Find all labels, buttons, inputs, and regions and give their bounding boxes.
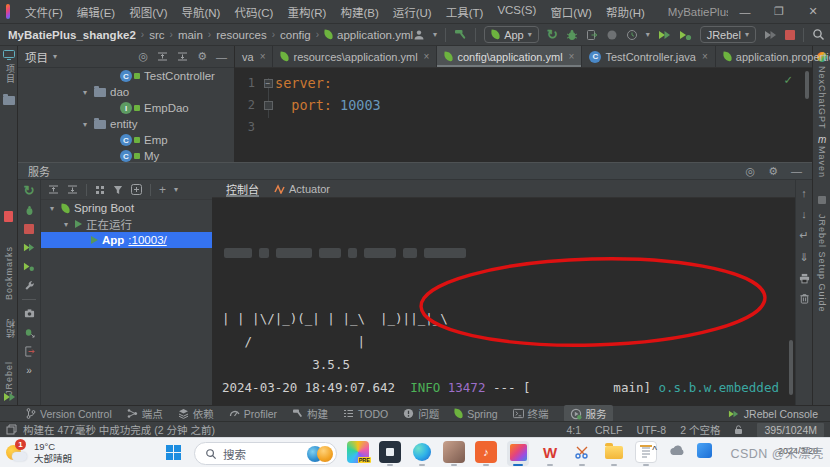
tab-actuator[interactable]: Actuator [274, 180, 330, 197]
expand-all-icon[interactable] [48, 184, 59, 195]
rerun-service-button[interactable]: ↻ [24, 185, 35, 197]
add-service-dropdown-icon[interactable]: ▾ [174, 185, 178, 194]
dark-app-icon[interactable] [379, 441, 401, 463]
debug-button[interactable] [566, 29, 578, 41]
editor-scrollbar[interactable] [805, 71, 809, 99]
folder-icon[interactable] [3, 94, 15, 108]
taskbar-search[interactable]: 搜索 [194, 442, 337, 465]
tool-window-button-1[interactable]: 端点 [127, 406, 163, 421]
add-service-icon[interactable]: + [159, 183, 166, 197]
editor-tab-4[interactable]: application.properties× [716, 46, 830, 67]
right-strip-icon[interactable] [818, 196, 826, 204]
settings-gear-icon[interactable]: ⚙ [197, 50, 207, 63]
wps-app-icon[interactable]: W [539, 441, 561, 463]
profiler-icon[interactable] [606, 29, 618, 41]
jrebel-debug-icon[interactable] [679, 29, 692, 41]
expand-all-icon[interactable] [157, 51, 168, 62]
print-icon[interactable] [799, 273, 810, 284]
stop-service-button[interactable] [24, 224, 34, 234]
screen-icon[interactable] [3, 50, 15, 60]
pc-manager-icon[interactable] [697, 443, 712, 458]
scroll-up-icon[interactable]: ↑ [801, 187, 807, 199]
screenshot-tool-icon[interactable] [571, 441, 593, 463]
jrebel-strip-icon[interactable] [3, 391, 16, 403]
run-options-dropdown-icon[interactable]: ▾ [646, 30, 650, 39]
orange-app-icon[interactable]: ♪ [475, 441, 497, 463]
breadcrumb-item-1[interactable]: src [149, 29, 164, 41]
file-encoding[interactable]: UTF-8 [636, 424, 666, 436]
thread-dump-icon[interactable] [24, 327, 35, 338]
weather-widget[interactable]: 1 19°C 大部晴朗 [6, 441, 72, 465]
project-panel-title[interactable]: 项目 [25, 49, 48, 65]
breadcrumb-item-3[interactable]: resources [216, 29, 267, 41]
tree-item-spring-boot[interactable]: ▾ Spring Boot [41, 200, 212, 216]
hide-panel-icon[interactable]: — [791, 165, 802, 177]
more-icon[interactable]: » [26, 365, 32, 376]
run-configuration-select[interactable]: App ▾ [484, 26, 539, 43]
hide-panel-icon[interactable]: — [216, 51, 227, 63]
menu-item-6[interactable]: 构建(B) [333, 4, 385, 20]
project-tool-button[interactable]: 项目 [4, 64, 17, 84]
close-tab-icon[interactable]: × [702, 51, 708, 62]
jrebel-debug-button[interactable] [23, 261, 35, 272]
jrebel-run-button[interactable] [23, 242, 35, 253]
editor-tab-2[interactable]: config\application.yml× [437, 46, 582, 67]
breadcrumb-item-0[interactable]: MyBatiePlus_shangke2 [8, 29, 136, 41]
project-tree-item-3[interactable]: ▾entity [18, 116, 234, 132]
tree-item-app-service[interactable]: App :10003/ [41, 232, 212, 248]
indent-setting[interactable]: 2 个空格 [680, 422, 720, 437]
snapshot-camera-icon[interactable] [24, 308, 35, 319]
project-tree-item-0[interactable]: CTestController [18, 68, 234, 84]
collapse-all-icon[interactable] [177, 51, 188, 62]
file-explorer-icon[interactable] [603, 441, 625, 463]
fold-icon[interactable]: − [264, 79, 273, 88]
tree-item-running-group[interactable]: ▾ 正在运行 [41, 216, 212, 232]
console-scrollbar[interactable] [789, 340, 793, 395]
collapse-all-icon[interactable] [67, 184, 78, 195]
group-by-icon[interactable] [95, 185, 105, 195]
breadcrumb-item-2[interactable]: main [178, 29, 203, 41]
project-tree-item-5[interactable]: CMy [18, 148, 234, 162]
intellij-idea-app-icon[interactable] [507, 441, 529, 463]
menu-item-9[interactable]: VCS(S) [490, 4, 543, 20]
restore-windows-icon[interactable] [6, 424, 17, 435]
tool-window-button-2[interactable]: 依赖 [178, 406, 214, 421]
tool-window-button-6[interactable]: 问题 [403, 406, 439, 421]
console-output[interactable]: | | |\/|_)(_| | |_\ |_)||_|_\ / | 3.5.52… [212, 198, 795, 405]
menu-item-5[interactable]: 重构(R) [280, 4, 333, 20]
nexchatgpt-tool-button[interactable]: NexChatGPT [817, 66, 827, 130]
fold-icon[interactable] [264, 101, 273, 110]
maximize-button[interactable]: ❐ [762, 0, 796, 23]
debug-service-button[interactable] [24, 205, 35, 216]
menu-item-2[interactable]: 视图(V) [122, 4, 174, 20]
tool-window-button-0[interactable]: Version Control [26, 408, 112, 420]
rewards-icon[interactable] [317, 446, 333, 462]
menu-item-3[interactable]: 导航(N) [174, 4, 227, 20]
filter-icon[interactable] [113, 185, 123, 195]
jrebel-select[interactable]: JRebel ▾ [700, 26, 756, 43]
exit-icon[interactable] [24, 346, 35, 357]
start-button[interactable] [162, 441, 184, 463]
menu-item-8[interactable]: 工具(T) [439, 4, 491, 20]
wrench-icon[interactable] [24, 280, 35, 291]
menu-item-1[interactable]: 编辑(E) [70, 4, 122, 20]
user-icon[interactable] [413, 29, 425, 41]
structure-tool-button[interactable]: 结构 [4, 318, 17, 338]
onedrive-cloud-icon[interactable] [669, 445, 685, 456]
editor-tab-1[interactable]: resources\application.yml× [273, 46, 437, 67]
scroll-to-end-icon[interactable]: ⇓ [799, 251, 808, 264]
tool-window-button-3[interactable]: Profiler [229, 408, 277, 420]
bookmarks-tool-button[interactable]: Bookmarks [4, 246, 14, 300]
scroll-down-icon[interactable]: ↓ [801, 208, 807, 220]
jrebel-setup-guide-tool-button[interactable]: JRebel Setup Guide [817, 214, 827, 313]
tool-window-button-7[interactable]: Spring [454, 408, 497, 420]
menu-item-7[interactable]: 运行(U) [386, 4, 439, 20]
chevron-expanded-icon[interactable]: ▾ [80, 88, 90, 97]
project-tree-item-4[interactable]: CEmp [18, 132, 234, 148]
tool-window-button-8[interactable]: 终端 [513, 406, 549, 421]
rerun-button[interactable]: ↻ [547, 29, 558, 41]
tab-console[interactable]: 控制台 [226, 180, 259, 197]
locate-icon[interactable]: ◎ [139, 50, 149, 63]
search-everywhere-icon[interactable] [812, 28, 825, 41]
close-tab-icon[interactable]: × [424, 51, 430, 62]
